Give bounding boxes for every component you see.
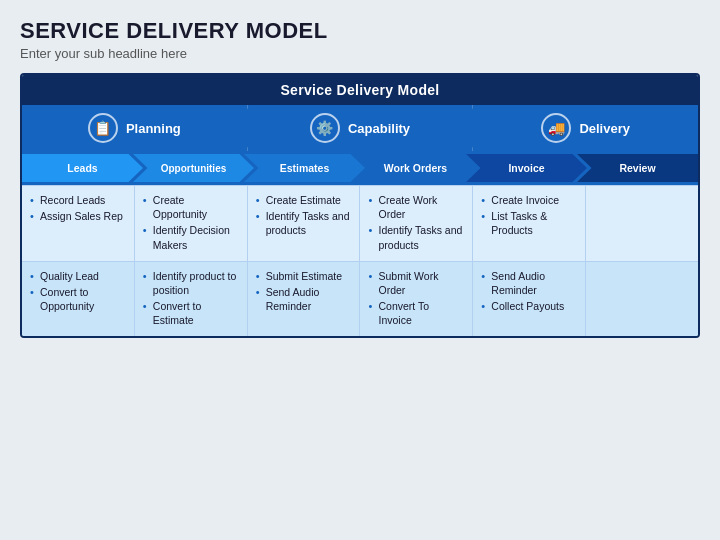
cell-est-r1: Create Estimate Identify Tasks and produ…	[248, 186, 361, 261]
planning-icon: 📋	[88, 113, 118, 143]
stage-estimates: Estimates	[244, 154, 365, 182]
cell-inv-r1: Create Invoice List Tasks & Products	[473, 186, 586, 261]
stage-invoice: Invoice	[466, 154, 587, 182]
capability-icon: ⚙️	[310, 113, 340, 143]
phase-row: 📋 Planning ⚙️ Capability 🚚 Delivery	[22, 105, 698, 151]
delivery-label: Delivery	[579, 121, 630, 136]
cell-leads-r1: Record Leads Assign Sales Rep	[22, 186, 135, 261]
diagram-header: Service Delivery Model	[22, 75, 698, 105]
stage-workorders: Work Orders	[355, 154, 476, 182]
phase-capability: ⚙️ Capability	[248, 105, 474, 151]
page-title: SERVICE DELIVERY MODEL	[20, 18, 700, 44]
cell-wo-r2: Submit Work Order Convert To Invoice	[360, 262, 473, 337]
cell-opp-r2: Identify product to position Convert to …	[135, 262, 248, 337]
cell-rev-r1	[586, 186, 698, 261]
cell-est-r2: Submit Estimate Send Audio Reminder	[248, 262, 361, 337]
delivery-icon: 🚚	[541, 113, 571, 143]
cell-rev-r2	[586, 262, 698, 337]
content-row-2: Quality Lead Convert to Opportunity Iden…	[22, 261, 698, 337]
cell-wo-r1: Create Work Order Identify Tasks and pro…	[360, 186, 473, 261]
phase-delivery: 🚚 Delivery	[473, 105, 698, 151]
diagram: Service Delivery Model 📋 Planning ⚙️ Cap…	[20, 73, 700, 338]
stage-leads: Leads	[22, 154, 143, 182]
content-row-1: Record Leads Assign Sales Rep Create Opp…	[22, 185, 698, 261]
phase-planning: 📋 Planning	[22, 105, 248, 151]
capability-label: Capability	[348, 121, 410, 136]
stages-row: Leads Opportunities Estimates Work Order…	[22, 151, 698, 185]
cell-opp-r1: Create Opportunity Identify Decision Mak…	[135, 186, 248, 261]
page-subtitle: Enter your sub headline here	[20, 46, 700, 61]
cell-inv-r2: Send Audio Reminder Collect Payouts	[473, 262, 586, 337]
stage-review: Review	[577, 154, 698, 182]
planning-label: Planning	[126, 121, 181, 136]
cell-leads-r2: Quality Lead Convert to Opportunity	[22, 262, 135, 337]
stage-opportunities: Opportunities	[133, 154, 254, 182]
